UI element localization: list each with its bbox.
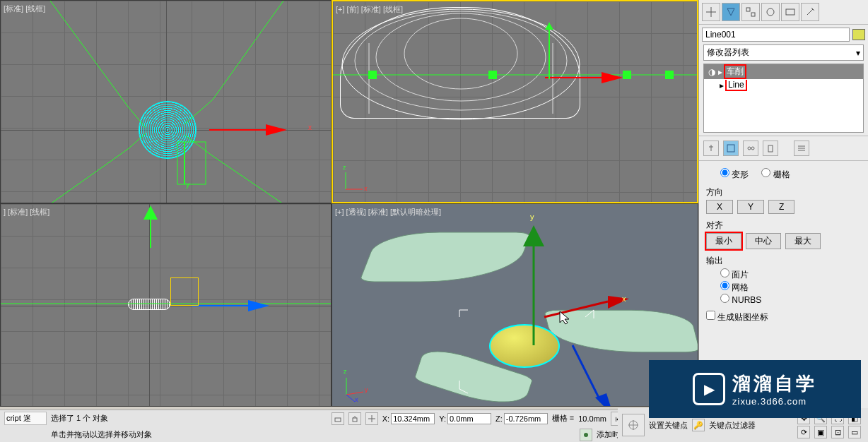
grid-value: 10.0mm: [578, 414, 606, 423]
svg-rect-35: [786, 9, 794, 15]
selection-lock-button[interactable]: [332, 412, 344, 425]
object-color-swatch[interactable]: [852, 29, 865, 40]
align-min-button[interactable]: 最小: [706, 233, 741, 249]
status-bar: cript 迷 选择了 1 个 对象 X: Y: Z: 栅格 = 10.0mm …: [0, 410, 698, 442]
command-panel-tabs: [699, 0, 868, 25]
viewport-label[interactable]: [+] [透视] [标准] [默认明暗处理]: [335, 207, 441, 217]
gizmo-z-arrow[interactable]: [143, 205, 158, 248]
viewport-front[interactable]: [+] [前] [标准] [线框] z x: [332, 0, 698, 203]
align-center-button[interactable]: 中心: [746, 233, 781, 249]
gizmo-x-arrow[interactable]: [266, 124, 287, 136]
make-unique-button[interactable]: [743, 141, 758, 156]
spline-rail: [333, 68, 698, 82]
hierarchy-tab[interactable]: [741, 3, 760, 21]
svg-marker-18: [143, 205, 158, 220]
svg-rect-11: [623, 71, 631, 79]
transform-type-in-button[interactable]: [365, 412, 378, 425]
expand-icon: ▸: [720, 80, 724, 90]
zoom-region-button[interactable]: ▭: [848, 426, 861, 438]
axis-x-label: x: [622, 294, 626, 303]
svg-point-2: [342, 9, 580, 119]
svg-rect-36: [727, 145, 734, 152]
viewport-top[interactable]: [标准] [线框] x y: [0, 0, 332, 203]
lathe-object-front[interactable]: [340, 7, 580, 119]
maximize-viewport-button[interactable]: ▣: [814, 426, 827, 438]
grid-label: 栅格 =: [552, 413, 574, 424]
modifier-item-lathe[interactable]: ◑ ▸ 车削: [704, 64, 863, 79]
fan-blade[interactable]: [359, 232, 532, 282]
axis-x-button[interactable]: X: [706, 200, 733, 214]
modifier-list-label: 修改器列表: [707, 47, 749, 59]
key-filters-icon[interactable]: 🔑: [692, 419, 705, 431]
align-label: 对齐: [706, 220, 861, 232]
x-coord-input[interactable]: [391, 413, 435, 424]
gizmo-x-arrow[interactable]: [602, 72, 623, 83]
utilities-tab[interactable]: [801, 3, 819, 21]
svg-rect-10: [488, 71, 497, 79]
object-name-input[interactable]: [702, 28, 850, 42]
gizmo-x-arrow[interactable]: [248, 300, 269, 311]
motion-tab[interactable]: [761, 3, 780, 21]
axis-z-button[interactable]: Z: [768, 200, 794, 214]
align-max-button[interactable]: 最大: [785, 233, 821, 249]
gen-mapping-checkbox[interactable]: 生成贴图坐标: [706, 312, 768, 322]
axis-x-label: x: [308, 124, 312, 131]
orbit-button[interactable]: ⟳: [797, 426, 810, 438]
command-panel: 修改器列表 ▾ ◑ ▸ 车削 ▸ Line 变形 栅格 方向 X Y Z: [698, 0, 868, 410]
play-icon: ▶: [693, 373, 725, 405]
y-label: Y:: [439, 414, 446, 423]
remove-modifier-button[interactable]: [763, 141, 778, 156]
key-filter-label[interactable]: 关键点过滤器: [709, 420, 756, 431]
script-listener[interactable]: cript 迷: [4, 412, 47, 425]
svg-point-3: [355, 11, 567, 110]
display-tab[interactable]: [781, 3, 799, 21]
grid-radio[interactable]: 栅格: [761, 168, 790, 181]
output-mesh-radio[interactable]: 网格: [720, 282, 749, 292]
deform-radio[interactable]: 变形: [720, 168, 749, 181]
x-label: X:: [382, 414, 389, 423]
zoom-extents-button[interactable]: ⊡: [831, 426, 844, 438]
lathe-params-rollup: 变形 栅格 方向 X Y Z 对齐 最小 中心 最大 输出 面片 网格 NURB…: [699, 161, 868, 328]
viewport-perspective[interactable]: [+] [透视] [标准] [默认明暗处理] y x z y x: [332, 203, 698, 407]
axis-y-button[interactable]: Y: [737, 200, 764, 214]
set-key-label[interactable]: 设置关键点: [649, 420, 688, 431]
set-key-big-button[interactable]: [622, 414, 645, 436]
svg-rect-44: [353, 418, 357, 422]
viewport-label[interactable]: [标准] [线框]: [4, 4, 45, 14]
axis-indicator: z y x: [339, 371, 368, 399]
svg-marker-14: [545, 23, 553, 30]
svg-point-34: [767, 8, 774, 16]
selection-status: 选择了 1 个 对象: [51, 413, 108, 424]
configure-sets-button[interactable]: [794, 141, 809, 156]
z-coord-input[interactable]: [504, 413, 548, 424]
modifier-name: 车削: [724, 64, 746, 79]
svg-point-47: [584, 433, 588, 437]
time-tag-icon[interactable]: [580, 429, 592, 441]
modifier-item-line[interactable]: ▸ Line: [704, 79, 863, 92]
expand-icon: ▸: [718, 67, 722, 77]
create-tab[interactable]: [702, 3, 720, 21]
pin-stack-button[interactable]: [703, 141, 719, 156]
gizmo-xy-plane[interactable]: [170, 277, 199, 306]
output-patch-radio[interactable]: 面片: [720, 270, 749, 280]
show-end-result-button[interactable]: [723, 141, 739, 156]
modifier-stack[interactable]: ◑ ▸ 车削 ▸ Line: [703, 64, 864, 133]
svg-point-4: [376, 13, 546, 101]
viewport-label[interactable]: [+] [前] [标准] [线框]: [336, 4, 403, 15]
prompt-hint: 单击并拖动以选择并移动对象: [51, 429, 152, 440]
svg-line-28: [346, 392, 363, 395]
y-coord-input[interactable]: [447, 413, 491, 424]
viewport-label[interactable]: ] [标准] [线框]: [4, 207, 49, 217]
lock-icon[interactable]: [348, 412, 361, 425]
svg-rect-9: [368, 71, 377, 79]
axis-y-label: y: [530, 213, 534, 221]
gizmo-z-arrow[interactable]: [545, 23, 553, 79]
svg-point-38: [751, 147, 754, 150]
selection-brackets: [459, 310, 601, 395]
modifier-list-dropdown[interactable]: 修改器列表 ▾: [703, 44, 864, 61]
svg-marker-26: [560, 311, 569, 324]
modify-tab[interactable]: [722, 3, 740, 21]
svg-point-37: [748, 147, 751, 150]
output-nurbs-radio[interactable]: NURBS: [720, 295, 761, 305]
viewport-left[interactable]: ] [标准] [线框]: [0, 203, 332, 407]
